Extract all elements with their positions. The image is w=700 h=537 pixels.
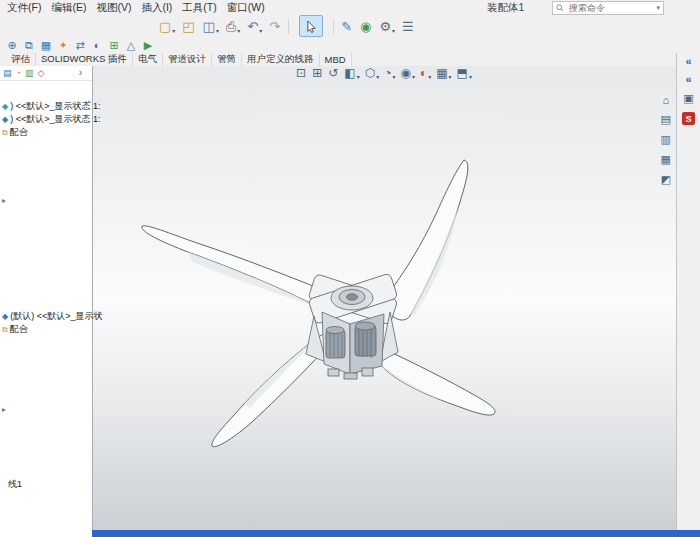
tree-item-icon: ◆ — [2, 312, 8, 321]
command-search[interactable]: ▾ — [552, 1, 664, 15]
command-tab[interactable]: 评估 — [6, 53, 36, 66]
tree-item-label: ) <<默认>_显示状态 1: — [10, 100, 100, 113]
tree-item[interactable]: ◆ ) <<默认>_显示状态 1: — [2, 113, 100, 126]
assembly-3d-model[interactable] — [92, 66, 676, 530]
headsup-button[interactable]: ◐ ▾ — [420, 67, 431, 80]
tree-item-icon: ⧉ — [2, 128, 8, 138]
dropdown-caret-icon: ▾ — [357, 73, 360, 80]
toolbar-button[interactable]: ↶ ▾ — [245, 18, 264, 35]
headsup-button-icon: ↺ — [328, 67, 338, 80]
toolbar-button[interactable]: ⚙ ▾ — [377, 18, 397, 35]
menu-item[interactable]: 视图(V) — [91, 1, 136, 15]
tree-item[interactable]: ▸ — [2, 405, 8, 414]
headsup-button-icon: ⊡ — [296, 67, 306, 80]
task-pane-tab-column: ⌂ ▤ ▥ ▦ ◩ — [661, 94, 671, 186]
menu-item[interactable]: 工具(T) — [177, 1, 221, 15]
taskpane-library-icon[interactable]: ▣ — [683, 92, 693, 105]
assembly-tool-button[interactable]: ⇄ — [73, 38, 87, 52]
assembly-tool-button[interactable]: ▦ — [39, 38, 53, 52]
assembly-tool-button[interactable]: ⊞ — [107, 38, 121, 52]
panel-tab-icon[interactable]: ◇ — [37, 68, 44, 78]
tree-item[interactable]: ◆ (默认) <<默认>_显示状 — [2, 310, 102, 323]
toolbar-button[interactable]: ◰ — [180, 18, 197, 35]
collapse-taskpane-icon[interactable]: « — [685, 74, 691, 85]
toolbar-button[interactable]: ☰ — [400, 18, 417, 35]
headsup-button-icon: ⊞ — [312, 67, 322, 80]
toolbar-button[interactable]: ◉ — [358, 18, 374, 35]
toolbar-button[interactable]: ◫ ▾ — [201, 18, 221, 35]
assembly-tool-icon: ⧉ — [25, 39, 33, 52]
headsup-button[interactable]: ⊞ — [312, 67, 323, 80]
headsup-button[interactable]: ⬡ ▾ — [365, 67, 380, 80]
toolbar-button[interactable]: ▢ ▾ — [157, 18, 177, 35]
assembly-tool-button[interactable]: ✦ — [56, 38, 70, 52]
headsup-button[interactable]: ↺ — [328, 67, 339, 80]
menu-item[interactable]: 编辑(E) — [46, 1, 91, 15]
headsup-button[interactable]: ⬒ ▾ — [457, 67, 472, 80]
assembly-tool-button[interactable]: ⊕ — [5, 38, 19, 52]
tree-item[interactable]: 线1 — [6, 478, 22, 491]
toolbar-button[interactable]: ↷ — [267, 18, 283, 35]
headsup-button-icon: ⬒ — [457, 67, 468, 80]
menu-item[interactable]: 文件(F) — [2, 1, 46, 15]
tree-item[interactable]: ▸ — [2, 196, 8, 205]
search-caret-icon[interactable]: ▾ — [656, 4, 660, 12]
assembly-tool-button[interactable]: △ — [124, 38, 138, 52]
toolbar-button-icon: ◫ — [203, 19, 215, 34]
command-tab[interactable]: 用户定义的线路 — [242, 53, 320, 66]
dropdown-caret-icon: ▾ — [428, 73, 431, 80]
headsup-button[interactable]: ⊡ — [296, 67, 307, 80]
toolbar-button[interactable]: ⎙ ▾ — [224, 18, 242, 35]
tree-item-label: 配合 — [10, 323, 28, 336]
task-pane-tab-icon[interactable]: ⌂ — [662, 94, 669, 106]
headsup-view-toolbar: ⊡ ⊞ ↺ ◧ ▾ ⬡ ▾ ◔ — [296, 67, 472, 80]
headsup-button-icon: ◧ — [344, 67, 355, 80]
headsup-button[interactable]: ◧ ▾ — [344, 67, 359, 80]
collapse-commandmanager-icon[interactable]: « — [685, 56, 691, 67]
command-tab[interactable]: 电气 — [133, 53, 163, 66]
assembly-tool-icon: ◐ — [94, 39, 101, 51]
command-tab[interactable]: 管道设计 — [163, 53, 212, 66]
panel-tab-icon[interactable]: ◔ — [16, 68, 21, 78]
task-pane-tab-icon[interactable]: ▥ — [661, 133, 671, 146]
task-pane-tab-icon[interactable]: ▦ — [661, 153, 671, 166]
headsup-button-icon: ◔ — [384, 67, 391, 80]
solidworks-resources-icon[interactable]: S — [682, 112, 695, 125]
feature-tree: ^ ◆ ) <<默认>_显示状态 1: ◆ ) <<默认>_显示状态 1: ⧉ … — [0, 80, 92, 537]
assembly-tool-icon: ⇄ — [75, 39, 84, 52]
menu-bar: 装配体1 ▾ 文件(F) 编辑(E) 视图(V) 插入(I) 工具(T) 窗口(… — [0, 0, 700, 15]
dropdown-caret-icon: ▾ — [392, 27, 395, 34]
headsup-button[interactable]: ◉ ▾ — [400, 67, 415, 80]
headsup-button[interactable]: ◔ ▾ — [384, 67, 395, 80]
search-input[interactable] — [567, 2, 653, 14]
task-pane-tab-icon[interactable]: ◩ — [661, 173, 671, 186]
tree-item-icon: ▸ — [2, 405, 6, 414]
headsup-button-icon: ◐ — [420, 67, 427, 80]
headsup-button-icon: ⬡ — [365, 67, 375, 80]
command-tab[interactable]: 管筒 — [212, 53, 242, 66]
menu-item[interactable]: 窗口(W) — [222, 1, 270, 15]
panel-expand-arrow-icon[interactable]: › — [79, 67, 82, 78]
toolbar-button-icon: ☰ — [402, 19, 414, 34]
tree-item[interactable]: ◆ ) <<默认>_显示状态 1: — [2, 100, 100, 113]
graphics-area[interactable]: ⊡ ⊞ ↺ ◧ ▾ ⬡ ▾ ◔ — [92, 66, 676, 530]
task-pane-tab-icon[interactable]: ▤ — [661, 113, 671, 126]
toolbar-separator — [288, 19, 289, 34]
panel-tab-icon[interactable]: ▤ — [3, 68, 12, 78]
assembly-tool-button[interactable]: ◐ — [90, 38, 104, 52]
toolbar-button-icon: ↶ — [247, 19, 258, 34]
panel-tab-icon[interactable]: ▥ — [25, 68, 34, 78]
tree-item[interactable]: ⧉ 配合 — [2, 126, 28, 139]
dropdown-caret-icon: ▾ — [469, 73, 472, 80]
select-tool-button[interactable] — [299, 15, 323, 37]
assembly-tool-button[interactable]: ⧉ — [22, 38, 36, 52]
toolbar-button[interactable]: ✎ — [339, 18, 355, 35]
toolbar-button-icon: ⎙ — [226, 19, 236, 34]
assembly-tool-button[interactable]: ▶ — [141, 38, 155, 52]
headsup-button[interactable]: ▦ ▾ — [436, 67, 451, 80]
tree-item[interactable]: ⧉ 配合 — [2, 323, 28, 336]
command-tab[interactable]: SOLIDWORKS 插件 — [36, 53, 133, 66]
tree-item-label: 线1 — [8, 478, 22, 491]
menu-item[interactable]: 插入(I) — [136, 1, 177, 15]
command-tab[interactable]: MBD — [320, 53, 352, 66]
